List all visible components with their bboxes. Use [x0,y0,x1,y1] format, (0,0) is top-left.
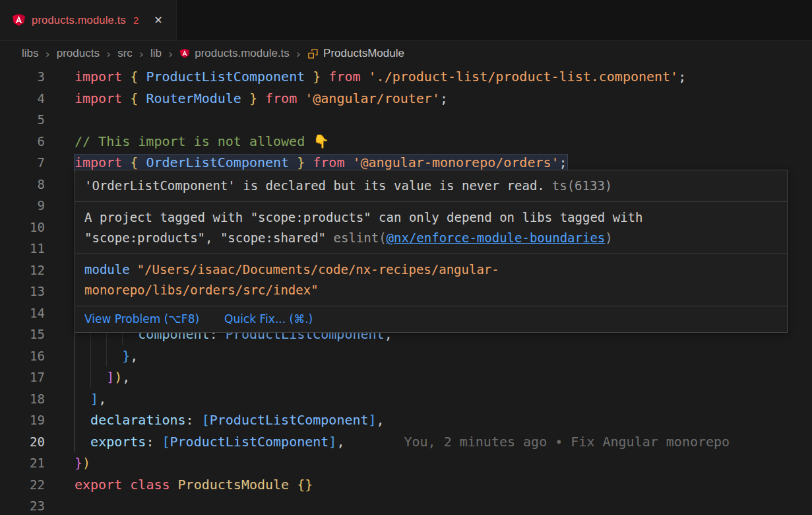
angular-icon [12,13,26,27]
line-number: 9 [0,195,45,217]
code-text: // This import is not allowed 👇 [45,131,329,153]
diagnostic-eslint-line1: A project tagged with "scope:products" c… [84,207,778,228]
tab-error-count-badge: 2 [133,15,139,26]
code-text [45,259,75,281]
code-text [45,174,75,195]
breadcrumb-label: products.module.ts [195,47,290,60]
class-symbol-icon [307,48,319,59]
tab-title: products.module.ts [32,14,126,26]
breadcrumb-label: ProductsModule [323,47,404,60]
code-line[interactable]: 22export class ProductsModule {} [0,474,812,496]
line-number: 11 [0,238,45,259]
code-line[interactable]: 3import { ProductListComponent } from '.… [0,66,812,88]
code-line[interactable]: 20 exports: [ProductListComponent],You, … [0,431,812,453]
indent-guide [75,431,75,453]
breadcrumb-label: src [117,47,133,60]
breadcrumb-separator-icon: › [168,47,173,61]
breadcrumb-bar: libs›products›src›lib› products.module.t… [0,41,812,66]
line-number: 23 [0,495,45,515]
line-number: 14 [0,302,45,324]
indent-guide [75,366,75,388]
code-line[interactable]: 21}) [0,452,812,474]
code-text: import { ProductListComponent } from './… [45,66,686,88]
eslint-rule-link[interactable]: @nx/enforce-module-boundaries [387,230,606,245]
hover-quickinfo: module"/Users/isaac/Documents/code/nx-re… [75,254,787,306]
line-number: 17 [0,366,45,388]
error-squiggle: import { OrderListComponent } from '@ang… [75,154,567,170]
code-text: import { RouterModule } from '@angular/r… [45,88,448,110]
line-number: 22 [0,474,45,496]
code-text: exports: [ProductListComponent],You, 2 m… [45,431,730,453]
tab-products-module-ts[interactable]: products.module.ts 2 ✕ [0,0,177,40]
line-number: 6 [0,131,45,153]
code-text: ]), [45,366,130,388]
breadcrumb-label: lib [150,47,162,60]
quickinfo-module-path-line2: monorepo/libs/orders/src/index" [84,283,319,297]
breadcrumb-item-src[interactable]: src [117,47,133,60]
indent-guide [75,409,75,431]
line-number: 21 [0,452,45,474]
code-line[interactable]: 23 [0,495,812,515]
diagnostic-eslint-line2: "scope:products", "scope:shared" eslint(… [84,228,778,248]
breadcrumb-separator-icon: › [106,47,111,61]
code-line[interactable]: 5 [0,109,812,131]
code-text: ], [45,388,106,410]
indent-guide [75,345,75,367]
code-text [45,109,75,131]
code-text: }) [45,452,90,474]
breadcrumb-item-lib[interactable]: lib [150,47,162,60]
diagnostic-ts-source: ts(6133) [552,178,613,193]
line-number: 16 [0,345,45,367]
line-number: 4 [0,88,45,110]
hover-actions-bar: View Problem (⌥F8) Quick Fix... (⌘.) [75,306,787,332]
breadcrumb-separator-icon: › [296,47,301,61]
code-line[interactable]: 4import { RouterModule } from '@angular/… [0,88,812,110]
hover-diagnostic-ts: 'OrderListComponent' is declared but its… [75,170,787,201]
code-line[interactable]: 16 }, [0,345,812,367]
breadcrumb-item-productsmodule[interactable]: ProductsModule [307,47,404,60]
diagnostic-ts-message: 'OrderListComponent' is declared but its… [84,178,545,193]
hover-popup: 'OrderListComponent' is declared but its… [75,170,788,333]
line-number: 20 [0,431,45,453]
quickinfo-keyword: module [84,262,130,277]
hover-diagnostic-eslint: A project tagged with "scope:products" c… [75,201,787,254]
indent-guide [106,345,107,367]
code-text [45,238,75,259]
code-text [45,217,75,238]
breadcrumb-item-products-module-ts[interactable]: products.module.ts [179,47,290,60]
line-number: 7 [0,152,45,174]
code-line[interactable]: 6// This import is not allowed 👇 [0,131,812,153]
line-number: 18 [0,388,45,410]
indent-guide [75,388,75,410]
view-problem-action[interactable]: View Problem (⌥F8) [84,312,199,326]
code-text: declarations: [ProductListComponent], [45,409,385,431]
editor[interactable]: 3import { ProductListComponent } from '.… [0,66,812,515]
line-number: 10 [0,217,45,238]
vscode-window: products.module.ts 2 ✕ libs›products›src… [0,0,812,515]
quick-fix-action[interactable]: Quick Fix... (⌘.) [224,312,313,326]
line-number: 8 [0,174,45,195]
line-number: 3 [0,66,45,88]
line-number: 19 [0,409,45,431]
code-text: }, [45,345,138,367]
line-number: 5 [0,109,45,131]
code-line[interactable]: 18 ], [0,388,812,410]
code-text [45,195,75,217]
code-line[interactable]: 17 ]), [0,366,812,388]
quickinfo-module-path-line1: "/Users/isaac/Documents/code/nx-recipes/… [137,262,499,277]
breadcrumb-item-libs[interactable]: libs [22,47,39,60]
close-icon[interactable]: ✕ [154,14,162,26]
breadcrumb-separator-icon: › [46,47,50,61]
line-number: 15 [0,324,45,345]
line-number: 12 [0,259,45,281]
line-number: 13 [0,281,45,302]
git-blame-annotation: You, 2 minutes ago • Fix Angular monorep… [404,434,730,450]
code-text [45,281,75,302]
indent-guide [90,345,91,367]
code-text [45,302,75,324]
indent-guide [90,366,91,388]
tab-bar: products.module.ts 2 ✕ [0,0,812,41]
angular-icon [179,48,190,59]
breadcrumb-item-products[interactable]: products [57,47,100,60]
code-line[interactable]: 19 declarations: [ProductListComponent], [0,409,812,431]
